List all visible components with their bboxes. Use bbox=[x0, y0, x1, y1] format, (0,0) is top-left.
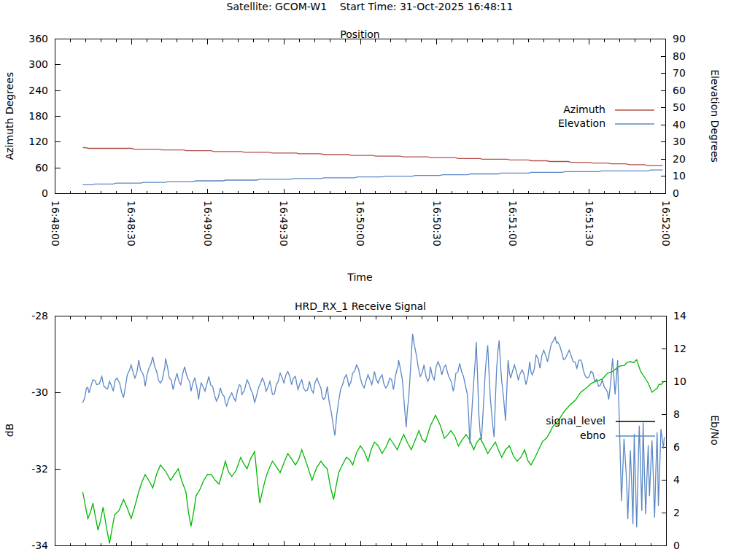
svg-text:50: 50 bbox=[673, 101, 686, 113]
svg-text:300: 300 bbox=[28, 58, 48, 70]
svg-text:-30: -30 bbox=[31, 386, 48, 398]
svg-text:-32: -32 bbox=[31, 463, 48, 475]
svg-text:0: 0 bbox=[673, 187, 679, 199]
svg-text:8: 8 bbox=[673, 408, 680, 420]
svg-text:-34: -34 bbox=[31, 540, 48, 551]
svg-text:14: 14 bbox=[673, 310, 686, 322]
svg-text:70: 70 bbox=[673, 67, 686, 79]
svg-text:40: 40 bbox=[673, 119, 686, 131]
svg-text:60: 60 bbox=[35, 162, 48, 174]
svg-text:16:50:30: 16:50:30 bbox=[431, 201, 443, 246]
azimuth-series bbox=[82, 148, 662, 166]
svg-text:-28: -28 bbox=[31, 310, 48, 322]
svg-text:30: 30 bbox=[673, 136, 686, 147]
legend-label-signal_level: signal_level bbox=[546, 415, 605, 427]
svg-text:20: 20 bbox=[673, 153, 686, 165]
satellite-tracking-page: 060120180240300360010203040506070809016:… bbox=[0, 0, 747, 560]
signal-chart-title: HRD_RX_1 Receive Signal bbox=[55, 300, 666, 313]
svg-text:90: 90 bbox=[673, 33, 686, 44]
elevation-series bbox=[82, 170, 662, 184]
svg-text:16:50:00: 16:50:00 bbox=[355, 201, 366, 246]
position-frame bbox=[55, 39, 666, 194]
svg-text:16:49:00: 16:49:00 bbox=[202, 201, 214, 246]
svg-text:0: 0 bbox=[42, 187, 48, 199]
legend-label-azimuth: Azimuth bbox=[563, 104, 605, 115]
svg-text:120: 120 bbox=[28, 136, 48, 147]
svg-text:180: 180 bbox=[28, 110, 48, 122]
azimuth-axis-label: Azimuth Degrees bbox=[3, 43, 16, 189]
svg-text:360: 360 bbox=[28, 33, 48, 44]
position-chart-title: Position bbox=[55, 28, 665, 41]
svg-text:10: 10 bbox=[673, 170, 686, 182]
svg-text:2: 2 bbox=[673, 507, 680, 518]
svg-text:6: 6 bbox=[673, 441, 680, 453]
receive_signal-plot: -34-32-30-2802468101214signal_levelebno bbox=[31, 310, 686, 551]
receive_signal-frame bbox=[55, 316, 667, 546]
svg-text:240: 240 bbox=[28, 85, 48, 96]
svg-text:10: 10 bbox=[673, 376, 686, 387]
svg-text:80: 80 bbox=[673, 50, 686, 62]
ebno-axis-label: Eb/No bbox=[708, 357, 721, 503]
position-legend: AzimuthElevation bbox=[558, 104, 654, 129]
svg-text:16:48:00: 16:48:00 bbox=[50, 201, 61, 246]
svg-text:16:52:00: 16:52:00 bbox=[660, 201, 672, 246]
position-tick-labels: 060120180240300360010203040506070809016:… bbox=[28, 33, 686, 246]
svg-text:16:51:00: 16:51:00 bbox=[507, 201, 519, 246]
main-title: Satellite: GCOM-W1 Start Time: 31-Oct-20… bbox=[0, 0, 740, 13]
svg-text:60: 60 bbox=[673, 85, 686, 96]
svg-text:4: 4 bbox=[673, 474, 680, 486]
ebno-series bbox=[82, 334, 665, 528]
legend-label-elevation: Elevation bbox=[558, 117, 605, 129]
svg-text:0: 0 bbox=[673, 540, 680, 551]
legend-label-ebno: ebno bbox=[580, 429, 605, 441]
signal_level-series bbox=[82, 359, 665, 543]
svg-text:16:48:30: 16:48:30 bbox=[125, 201, 137, 246]
db-axis-label: dB bbox=[3, 357, 16, 503]
time-axis-label: Time bbox=[55, 271, 665, 284]
position-plot: 060120180240300360010203040506070809016:… bbox=[28, 33, 686, 246]
svg-text:12: 12 bbox=[673, 343, 686, 354]
svg-text:16:49:30: 16:49:30 bbox=[278, 201, 290, 246]
elevation-axis-label: Elevation Degrees bbox=[708, 43, 721, 189]
svg-text:16:51:30: 16:51:30 bbox=[584, 201, 595, 246]
